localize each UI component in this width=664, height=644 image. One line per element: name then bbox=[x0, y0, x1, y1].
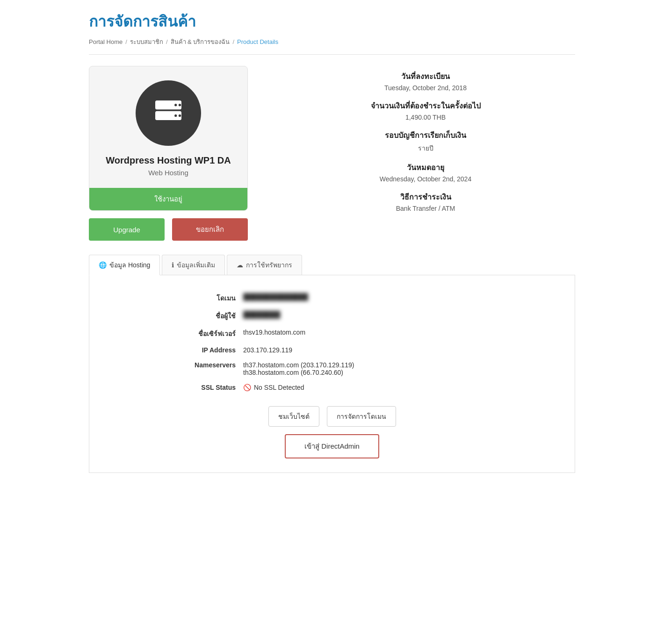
tab-content: โดเมน ██████████████ ชื่อผู้ใช้ ████████… bbox=[89, 275, 575, 473]
cloud-icon: ☁ bbox=[237, 261, 243, 269]
svg-point-5 bbox=[179, 114, 181, 117]
cancel-button[interactable]: ขอยกเลิก bbox=[172, 218, 248, 241]
username-value: ████████ bbox=[243, 311, 496, 318]
billing-cycle-value: รายปี bbox=[276, 143, 575, 153]
breadcrumb-member[interactable]: ระบบสมาชิก bbox=[130, 37, 163, 47]
product-type: Web Hosting bbox=[99, 169, 238, 177]
registration-value: Tuesday, October 2nd, 2018 bbox=[276, 84, 575, 92]
payment-method-section: วิธีการชำระเงิน Bank Transfer / ATM bbox=[276, 191, 575, 212]
expiry-value: Wednesday, October 2nd, 2024 bbox=[276, 175, 575, 183]
servername-label: ชื่อเซิร์ฟเวอร์ bbox=[168, 329, 243, 339]
product-name: Wordpress Hosting WP1 DA bbox=[99, 155, 238, 166]
registration-section: วันที่ลงทะเบียน Tuesday, October 2nd, 20… bbox=[276, 71, 575, 92]
domain-value: ██████████████ bbox=[243, 293, 496, 301]
tabs-header: 🌐 ข้อมูล Hosting ℹ ข้อมูลเพิ่มเติม ☁ การ… bbox=[89, 255, 575, 275]
ssl-label: SSL Status bbox=[168, 384, 243, 391]
breadcrumb-products[interactable]: สินค้า & บริการของฉัน bbox=[171, 37, 230, 47]
svg-point-1 bbox=[174, 104, 177, 106]
expiry-section: วันหมดอายุ Wednesday, October 2nd, 2024 bbox=[276, 162, 575, 183]
directadmin-wrapper: เข้าสู่ DirectAdmin bbox=[99, 434, 565, 458]
svg-rect-3 bbox=[155, 111, 181, 120]
ssl-value: 🚫 No SSL Detected bbox=[243, 384, 496, 391]
page-title: การจัดการสินค้า bbox=[89, 9, 575, 33]
tab-resource-usage[interactable]: ☁ การใช้ทรัพยากร bbox=[227, 255, 302, 275]
domain-label: โดเมน bbox=[168, 293, 243, 303]
next-due-value: 1,490.00 THB bbox=[276, 114, 575, 121]
next-due-section: จำนวนเงินที่ต้องชำระในครั้งต่อไป 1,490.0… bbox=[276, 100, 575, 121]
nameservers-row: Nameservers th37.hostatom.com (203.170.1… bbox=[168, 358, 496, 380]
username-label: ชื่อผู้ใช้ bbox=[168, 311, 243, 321]
tab-hosting-info[interactable]: 🌐 ข้อมูล Hosting bbox=[89, 255, 160, 275]
registration-label: วันที่ลงทะเบียน bbox=[276, 71, 575, 82]
manage-domain-button[interactable]: การจัดการโดเมน bbox=[327, 406, 396, 427]
next-due-label: จำนวนเงินที่ต้องชำระในครั้งต่อไป bbox=[276, 100, 575, 112]
ip-row: IP Address 203.170.129.119 bbox=[168, 343, 496, 358]
server-icon bbox=[152, 94, 185, 132]
billing-cycle-section: รอบบัญชีการเรียกเก็บเงิน รายปี bbox=[276, 129, 575, 153]
payment-method-value: Bank Transfer / ATM bbox=[276, 205, 575, 212]
nameservers-value: th37.hostatom.com (203.170.129.119) th38… bbox=[243, 361, 496, 376]
bottom-buttons: ชมเว็บไซต์ การจัดการโดเมน bbox=[99, 406, 565, 427]
view-website-button[interactable]: ชมเว็บไซต์ bbox=[268, 406, 319, 427]
payment-method-label: วิธีการชำระเงิน bbox=[276, 191, 575, 203]
upgrade-button[interactable]: Upgrade bbox=[89, 218, 165, 241]
tab-additional-info[interactable]: ℹ ข้อมูลเพิ่มเติม bbox=[162, 255, 225, 275]
ssl-row: SSL Status 🚫 No SSL Detected bbox=[168, 380, 496, 395]
separator-1: / bbox=[125, 38, 127, 45]
expiry-label: วันหมดอายุ bbox=[276, 162, 575, 173]
globe-icon: 🌐 bbox=[99, 261, 107, 269]
product-details-right: วันที่ลงทะเบียน Tuesday, October 2nd, 20… bbox=[276, 66, 575, 221]
servername-row: ชื่อเซิร์ฟเวอร์ thsv19.hostatom.com bbox=[168, 325, 496, 343]
ip-value: 203.170.129.119 bbox=[243, 346, 496, 354]
svg-rect-0 bbox=[155, 100, 181, 109]
breadcrumb-current: Product Details bbox=[237, 38, 278, 45]
ssl-text: No SSL Detected bbox=[254, 384, 304, 391]
servername-value: thsv19.hostatom.com bbox=[243, 329, 496, 336]
separator-3: / bbox=[232, 38, 234, 45]
directadmin-button[interactable]: เข้าสู่ DirectAdmin bbox=[285, 434, 379, 458]
billing-cycle-label: รอบบัญชีการเรียกเก็บเงิน bbox=[276, 129, 575, 141]
breadcrumb: Portal Home / ระบบสมาชิก / สินค้า & บริก… bbox=[89, 37, 575, 55]
hosting-info-table: โดเมน ██████████████ ชื่อผู้ใช้ ████████… bbox=[168, 289, 496, 395]
ssl-warning-icon: 🚫 bbox=[243, 384, 251, 391]
nameservers-label: Nameservers bbox=[168, 361, 243, 369]
ip-label: IP Address bbox=[168, 346, 243, 354]
separator-2: / bbox=[166, 38, 168, 45]
username-row: ชื่อผู้ใช้ ████████ bbox=[168, 307, 496, 325]
svg-point-2 bbox=[179, 104, 181, 106]
breadcrumb-portal-home[interactable]: Portal Home bbox=[89, 38, 123, 45]
domain-row: โดเมน ██████████████ bbox=[168, 289, 496, 307]
product-icon-circle bbox=[136, 80, 201, 146]
svg-point-4 bbox=[174, 114, 177, 117]
action-buttons: Upgrade ขอยกเลิก bbox=[89, 218, 248, 241]
info-icon: ℹ bbox=[172, 261, 174, 269]
status-bar: ใช้งานอยู่ bbox=[89, 188, 247, 210]
product-card: Wordpress Hosting WP1 DA Web Hosting ใช้… bbox=[89, 66, 248, 211]
tabs-section: 🌐 ข้อมูล Hosting ℹ ข้อมูลเพิ่มเติม ☁ การ… bbox=[89, 255, 575, 473]
